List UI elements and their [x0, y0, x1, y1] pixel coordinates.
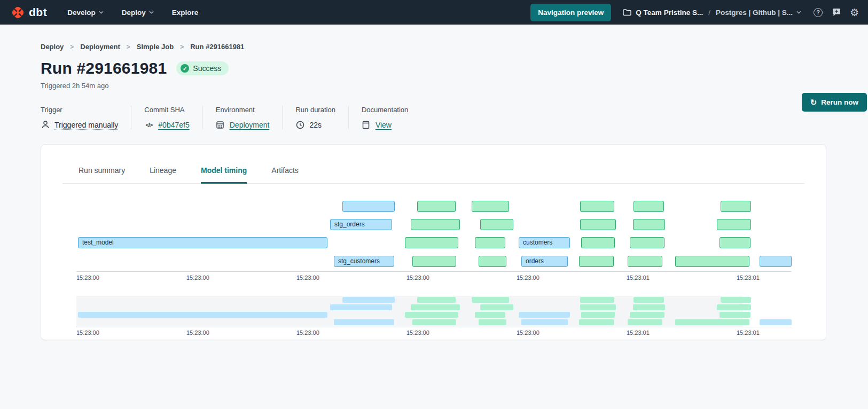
model-timing-minimap[interactable]: 15:23:0015:23:0015:23:0015:23:0015:23:00… — [76, 296, 792, 336]
gantt-bar[interactable] — [405, 237, 458, 248]
gantt-bar[interactable] — [760, 256, 792, 267]
minimap-bar — [330, 304, 392, 310]
gantt-bar[interactable] — [342, 201, 395, 212]
meta-trigger: TriggerTriggered manually — [41, 106, 131, 129]
project-selector[interactable]: Postgres | Github | S... — [716, 9, 801, 17]
meta-value-row: View — [362, 120, 408, 129]
meta-value-text: Triggered manually — [54, 121, 118, 129]
breadcrumb-item[interactable]: SImple Job — [137, 43, 174, 51]
minimap-bar — [78, 312, 327, 318]
gantt-bar[interactable] — [580, 201, 614, 212]
gantt-bar-test_model[interactable]: test_model — [78, 237, 327, 248]
minimap-axis-label: 15:23:01 — [627, 329, 650, 336]
navigation-preview-button[interactable]: Navigation preview — [530, 4, 611, 21]
help-icon[interactable]: ? — [813, 7, 823, 18]
meta-value-text[interactable]: View — [376, 121, 392, 129]
time-axis-label: 15:23:00 — [406, 274, 429, 281]
gantt-bar[interactable] — [580, 219, 616, 230]
gantt-bar-orders[interactable]: orders — [521, 256, 568, 267]
account-name: Q Team Pristine S... — [636, 9, 703, 17]
breadcrumb-item[interactable]: Deploy — [41, 43, 64, 51]
minimap-bar — [717, 304, 751, 310]
meta-label: Trigger — [41, 106, 118, 114]
breadcrumb-item: Run #291661981 — [190, 43, 244, 51]
minimap-bar — [580, 304, 616, 310]
account-breadcrumb[interactable]: Q Team Pristine S... — [623, 9, 703, 17]
gantt-bar[interactable] — [717, 219, 751, 230]
minimap-bar — [633, 304, 665, 310]
success-check-icon: ✓ — [181, 64, 189, 73]
meta-documentation: DocumentationView — [348, 106, 421, 129]
minimap-bar — [411, 304, 460, 310]
gantt-bar[interactable] — [581, 237, 615, 248]
minimap-bar — [760, 319, 792, 325]
meta-label: Documentation — [362, 106, 408, 114]
breadcrumb-item[interactable]: Deployment — [80, 43, 120, 51]
dbt-logo-icon — [11, 5, 25, 20]
code-icon: </> — [144, 120, 153, 129]
meta-label: Run duration — [295, 106, 335, 114]
chevron-down-icon — [796, 11, 801, 14]
gantt-bar[interactable] — [720, 237, 750, 248]
gantt-bar[interactable] — [628, 256, 662, 267]
minimap-axis-label: 15:23:00 — [517, 329, 539, 336]
status-badge: ✓ Success — [176, 61, 229, 75]
nav-menu-develop[interactable]: Develop — [67, 9, 104, 17]
gantt-bar[interactable] — [472, 201, 509, 212]
dbt-logo[interactable]: dbt — [11, 5, 47, 20]
minimap-axis-label: 15:23:00 — [186, 329, 209, 336]
gantt-bar[interactable] — [475, 237, 505, 248]
gantt-bar[interactable] — [412, 256, 456, 267]
gantt-bar[interactable] — [633, 219, 665, 230]
gantt-bar[interactable] — [417, 201, 456, 212]
meta-value-text[interactable]: #0b47ef5 — [158, 121, 189, 129]
feedback-icon[interactable] — [831, 7, 841, 18]
gantt-bar[interactable] — [630, 237, 664, 248]
tab-lineage[interactable]: Lineage — [150, 166, 176, 184]
gantt-bar[interactable] — [721, 201, 751, 212]
time-axis-label: 15:23:00 — [186, 274, 209, 281]
page-title: Run #291661981 — [41, 59, 167, 77]
meta-value-row: Triggered manually — [41, 120, 118, 129]
gantt-bar[interactable] — [411, 219, 460, 230]
minimap-bar — [472, 297, 509, 303]
meta-environment: EnvironmentDeployment — [202, 106, 283, 129]
rerun-icon: ↻ — [810, 99, 817, 106]
tab-model-timing[interactable]: Model timing — [201, 166, 247, 184]
settings-icon[interactable]: ⚙ — [849, 7, 859, 18]
gantt-bar[interactable] — [579, 256, 614, 267]
minimap-bar — [334, 319, 394, 325]
nav-menu-explore[interactable]: Explore — [172, 9, 199, 17]
project-name: Postgres | Github | S... — [716, 9, 793, 17]
time-axis-label: 15:23:00 — [296, 274, 319, 281]
breadcrumb-separator: > — [127, 43, 130, 51]
minimap-bar — [720, 312, 750, 318]
gantt-bar[interactable] — [479, 256, 506, 267]
dbt-logo-text: dbt — [29, 6, 47, 19]
meta-value-text[interactable]: Deployment — [230, 121, 270, 129]
breadcrumb: Deploy>Deployment>SImple Job>Run #291661… — [41, 43, 826, 51]
minimap-bar — [580, 297, 614, 303]
time-axis-label: 15:23:00 — [76, 274, 99, 281]
gantt-bar-stg_orders[interactable]: stg_orders — [330, 219, 392, 230]
meta-run-duration: Run duration22s — [282, 106, 348, 129]
minimap-axis-label: 15:23:00 — [406, 329, 429, 336]
gantt-bar[interactable] — [480, 219, 513, 230]
breadcrumb-separator: > — [180, 43, 184, 51]
gantt-bar[interactable] — [675, 256, 749, 267]
rerun-now-button[interactable]: ↻ Rerun now — [802, 93, 867, 112]
top-navbar: dbt DevelopDeployExplore Navigation prev… — [0, 0, 868, 25]
gantt-bar-stg_customers[interactable]: stg_customers — [334, 256, 394, 267]
minimap-bar — [675, 319, 749, 325]
database-icon — [216, 120, 225, 129]
minimap-axis-label: 15:23:01 — [737, 329, 760, 336]
minimap-axis-line — [76, 327, 792, 327]
gantt-bar[interactable] — [634, 201, 664, 212]
tab-artifacts[interactable]: Artifacts — [271, 166, 299, 184]
minimap-bar — [480, 304, 513, 310]
tab-run-summary[interactable]: Run summary — [79, 166, 125, 184]
nav-menu-deploy[interactable]: Deploy — [122, 9, 154, 17]
meta-commit-sha: Commit SHA</>#0b47ef5 — [131, 106, 202, 129]
gantt-bar-customers[interactable]: customers — [519, 237, 570, 248]
time-axis-label: 15:23:01 — [737, 274, 760, 281]
